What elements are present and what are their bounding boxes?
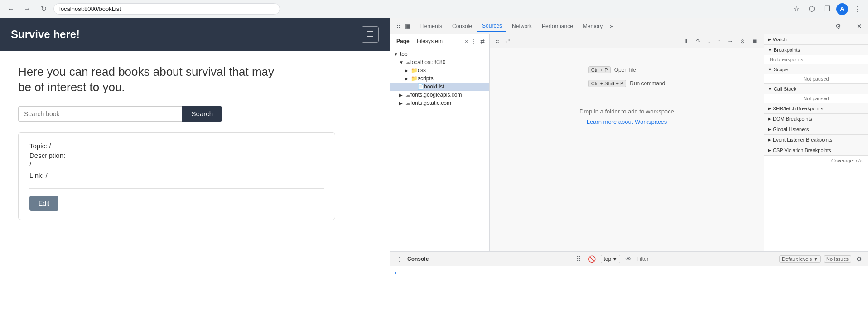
debug-step-into-btn[interactable]: ↓ xyxy=(705,37,713,45)
ft-sync-button[interactable]: ⇄ xyxy=(479,37,486,45)
devtools-sidebar-toggle[interactable]: ⠿ xyxy=(394,21,403,31)
browser-chrome: ← → ↻ localhost:8080/bookList ☆ ⬡ ❐ A ⋮ xyxy=(0,0,868,18)
csp-arrow-icon: ▶ xyxy=(768,148,771,152)
rp-section-scope: ▼ Scope Not paused xyxy=(764,64,868,84)
coverage-bar: Coverage: n/a xyxy=(764,156,868,165)
book-link: Link: / xyxy=(29,171,324,179)
rp-header-scope[interactable]: ▼ Scope xyxy=(764,64,868,74)
tree-item-scripts[interactable]: ▶ 📁 scripts xyxy=(390,74,489,83)
rp-header-dom[interactable]: ▶ DOM Breakpoints xyxy=(764,114,868,124)
console-clear-btn[interactable]: 🚫 xyxy=(586,254,598,264)
xhr-arrow-icon: ▶ xyxy=(768,106,771,111)
ft-tab-filesystem[interactable]: Filesystem xyxy=(414,37,445,45)
console-settings-btn[interactable]: ⚙ xyxy=(854,254,864,264)
file-icon-booklist: 📄 xyxy=(417,83,424,90)
console-more-icon[interactable]: ⋮ xyxy=(394,254,405,264)
devtools-more-tabs[interactable]: » xyxy=(608,22,615,30)
breakpoints-arrow-icon: ▼ xyxy=(768,48,772,52)
rp-header-event[interactable]: ▶ Event Listener Breakpoints xyxy=(764,135,868,145)
console-section: ⋮ Console ⠿ 🚫 top ▼ 👁 Default levels ▼ N… xyxy=(390,251,868,328)
app-body: Here you can read books about survival t… xyxy=(0,51,390,328)
forward-button[interactable]: → xyxy=(21,3,34,15)
tree-item-booklist[interactable]: 📄 bookList xyxy=(390,83,489,91)
rp-section-global: ▶ Global Listeners xyxy=(764,124,868,135)
console-filter-input[interactable] xyxy=(637,256,776,262)
tree-item-localhost[interactable]: ▼ ☁ localhost:8080 xyxy=(390,58,489,66)
tree-item-top[interactable]: ▼ top xyxy=(390,50,489,58)
rp-header-csp[interactable]: ▶ CSP Violation Breakpoints xyxy=(764,145,868,155)
debug-step-over-btn[interactable]: ↷ xyxy=(693,37,703,45)
editor-sidebar-btn[interactable]: ⠿ xyxy=(493,37,502,45)
editor-expand-btn[interactable]: ⇄ xyxy=(503,37,512,45)
cloud-icon-googleapis: ☁ xyxy=(405,92,410,98)
rp-header-breakpoints[interactable]: ▼ Breakpoints xyxy=(764,45,868,55)
global-arrow-icon: ▶ xyxy=(768,127,771,132)
topic-label: Topic: xyxy=(29,142,47,150)
devtools-close-button[interactable]: ✕ xyxy=(854,21,864,31)
console-toolbar: ⋮ Console ⠿ 🚫 top ▼ 👁 Default levels ▼ N… xyxy=(390,252,868,266)
ft-more-options[interactable]: ⋮ xyxy=(470,37,477,45)
edit-button[interactable]: Edit xyxy=(29,196,58,211)
ft-tab-page[interactable]: Page xyxy=(394,37,412,45)
devtools-topbar: ⠿ ▣ Elements Console Sources Network Per… xyxy=(390,18,868,34)
console-eye-btn[interactable]: 👁 xyxy=(623,254,634,264)
scope-label: Scope xyxy=(774,67,788,72)
file-tree-items: ▼ top ▼ ☁ localhost:8080 xyxy=(390,48,489,251)
debug-deactivate-btn[interactable]: ⊘ xyxy=(738,37,747,45)
console-levels-badge[interactable]: Default levels ▼ xyxy=(779,255,821,263)
tab-console[interactable]: Console xyxy=(448,21,477,31)
debug-stop-btn[interactable]: ⏹ xyxy=(749,37,760,45)
book-topic: Topic: / xyxy=(29,142,324,150)
open-file-label: Open file xyxy=(614,67,636,73)
app-description: Here you can read books about survival t… xyxy=(18,64,290,95)
extension-button[interactable]: ⬡ xyxy=(805,3,818,15)
xhr-label: XHR/fetch Breakpoints xyxy=(773,106,823,111)
breakpoints-label: Breakpoints xyxy=(774,47,800,53)
folder-icon-scripts: 📁 xyxy=(411,75,418,82)
more-button[interactable]: ⋮ xyxy=(851,3,863,15)
devtools-settings-button[interactable]: ⚙ xyxy=(833,21,844,31)
back-button[interactable]: ← xyxy=(5,3,17,15)
ft-more-button[interactable]: » xyxy=(465,38,468,44)
tab-elements[interactable]: Elements xyxy=(415,21,447,31)
tab-performance[interactable]: Performance xyxy=(537,21,578,31)
editor-toolbar: ⠿ ⇄ ⏸ ↷ ↓ ↑ → ⊘ ⏹ xyxy=(490,34,764,48)
console-top-selector[interactable]: top ▼ xyxy=(601,255,620,263)
address-bar[interactable]: localhost:8080/bookList xyxy=(53,3,280,15)
tree-item-gstatic[interactable]: ▶ ☁ fonts.gstatic.com xyxy=(390,99,489,107)
rp-header-xhr[interactable]: ▶ XHR/fetch Breakpoints xyxy=(764,103,868,113)
rp-header-global[interactable]: ▶ Global Listeners xyxy=(764,124,868,134)
rp-header-callstack[interactable]: ▼ Call Stack xyxy=(764,84,868,94)
sources-panel: Page Filesystem » ⋮ ⇄ ▼ top xyxy=(390,34,868,251)
console-issues-badge[interactable]: No Issues xyxy=(824,255,851,263)
rp-header-watch[interactable]: ▶ Watch xyxy=(764,34,868,44)
tree-label-gstatic: fonts.gstatic.com xyxy=(410,100,451,106)
search-button[interactable]: Search xyxy=(182,106,222,122)
debug-step-btn[interactable]: → xyxy=(725,37,736,45)
dom-arrow-icon: ▶ xyxy=(768,117,771,121)
debug-step-out-btn[interactable]: ↑ xyxy=(715,37,723,45)
cloud-icon-gstatic: ☁ xyxy=(405,100,410,106)
open-file-shortcut: Ctrl + P xyxy=(588,66,611,73)
devtools-dock-toggle[interactable]: ▣ xyxy=(403,21,413,31)
rp-section-dom: ▶ DOM Breakpoints xyxy=(764,114,868,124)
reload-button[interactable]: ↻ xyxy=(37,3,50,15)
card-divider xyxy=(29,188,324,189)
learn-more-link[interactable]: Learn more about Workspaces xyxy=(587,118,667,125)
file-tree: Page Filesystem » ⋮ ⇄ ▼ top xyxy=(390,34,490,251)
avatar[interactable]: A xyxy=(836,3,848,15)
tab-network[interactable]: Network xyxy=(507,21,536,31)
tab-memory[interactable]: Memory xyxy=(579,21,607,31)
tab-sources[interactable]: Sources xyxy=(477,21,506,32)
url-display: localhost:8080/bookList xyxy=(59,5,121,12)
console-sidebar-btn[interactable]: ⠿ xyxy=(574,254,583,264)
hamburger-button[interactable]: ☰ xyxy=(362,26,379,43)
tree-item-googleapis[interactable]: ▶ ☁ fonts.googleapis.com xyxy=(390,91,489,99)
debug-pause-btn[interactable]: ⏸ xyxy=(680,37,691,45)
devtools-more-button[interactable]: ⋮ xyxy=(844,21,854,31)
search-input[interactable] xyxy=(18,106,182,122)
bookmark-button[interactable]: ☆ xyxy=(790,3,803,15)
tree-item-css[interactable]: ▶ 📁 css xyxy=(390,66,489,74)
rp-section-xhr: ▶ XHR/fetch Breakpoints xyxy=(764,103,868,114)
window-button[interactable]: ❐ xyxy=(821,3,834,15)
